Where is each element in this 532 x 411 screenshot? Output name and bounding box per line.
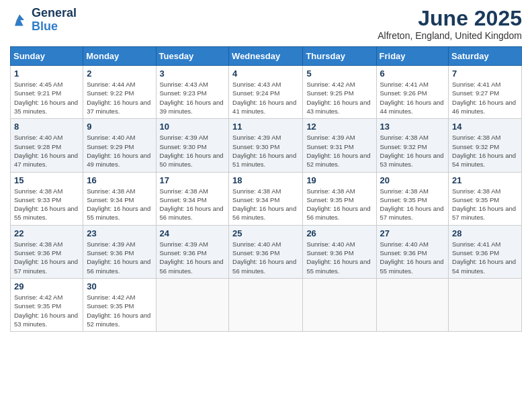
day-number: 1	[14, 68, 79, 79]
calendar-cell: 21Sunrise: 4:38 AMSunset: 9:35 PMDayligh…	[449, 172, 522, 225]
calendar-cell: 5Sunrise: 4:42 AMSunset: 9:25 PMDaylight…	[303, 66, 376, 119]
day-info: Sunrise: 4:40 AMSunset: 9:29 PMDaylight:…	[87, 133, 152, 169]
day-number: 12	[306, 122, 372, 132]
day-number: 8	[14, 122, 79, 132]
day-info: Sunrise: 4:42 AMSunset: 9:35 PMDaylight:…	[87, 293, 152, 328]
day-info: Sunrise: 4:40 AMSunset: 9:28 PMDaylight:…	[14, 133, 79, 169]
calendar-cell: 24Sunrise: 4:39 AMSunset: 9:36 PMDayligh…	[156, 225, 229, 278]
day-number: 19	[306, 175, 372, 185]
calendar-cell	[376, 278, 449, 331]
day-number: 16	[87, 175, 152, 185]
calendar-cell: 19Sunrise: 4:38 AMSunset: 9:35 PMDayligh…	[303, 172, 376, 225]
calendar-week-row: 1Sunrise: 4:45 AMSunset: 9:21 PMDaylight…	[11, 66, 522, 119]
day-info: Sunrise: 4:40 AMSunset: 9:36 PMDaylight:…	[306, 240, 372, 275]
calendar-cell: 16Sunrise: 4:38 AMSunset: 9:34 PMDayligh…	[83, 172, 156, 225]
calendar-cell: 18Sunrise: 4:38 AMSunset: 9:34 PMDayligh…	[229, 172, 303, 225]
day-info: Sunrise: 4:41 AMSunset: 9:27 PMDaylight:…	[452, 80, 518, 116]
day-info: Sunrise: 4:45 AMSunset: 9:21 PMDaylight:…	[14, 80, 79, 116]
day-info: Sunrise: 4:38 AMSunset: 9:34 PMDaylight:…	[87, 187, 152, 222]
calendar-cell: 10Sunrise: 4:39 AMSunset: 9:30 PMDayligh…	[156, 119, 229, 172]
calendar-cell: 15Sunrise: 4:38 AMSunset: 9:33 PMDayligh…	[11, 172, 83, 225]
title-area: June 2025 Alfreton, England, United King…	[378, 7, 522, 41]
day-number: 11	[232, 122, 299, 132]
calendar-cell: 11Sunrise: 4:39 AMSunset: 9:30 PMDayligh…	[229, 119, 303, 172]
day-number: 25	[232, 228, 299, 238]
day-info: Sunrise: 4:40 AMSunset: 9:36 PMDaylight:…	[232, 240, 299, 275]
day-number: 15	[14, 175, 79, 185]
header: General Blue June 2025 Alfreton, England…	[10, 7, 522, 41]
calendar-cell: 20Sunrise: 4:38 AMSunset: 9:35 PMDayligh…	[376, 172, 449, 225]
calendar-header-row: SundayMondayTuesdayWednesdayThursdayFrid…	[11, 47, 522, 66]
day-info: Sunrise: 4:38 AMSunset: 9:34 PMDaylight:…	[232, 187, 299, 222]
day-number: 10	[160, 122, 226, 132]
day-number: 17	[160, 175, 226, 185]
calendar-header-wednesday: Wednesday	[229, 47, 303, 66]
day-info: Sunrise: 4:38 AMSunset: 9:36 PMDaylight:…	[14, 240, 79, 275]
day-info: Sunrise: 4:39 AMSunset: 9:31 PMDaylight:…	[306, 133, 372, 169]
calendar-cell: 17Sunrise: 4:38 AMSunset: 9:34 PMDayligh…	[156, 172, 229, 225]
calendar-cell: 13Sunrise: 4:38 AMSunset: 9:32 PMDayligh…	[376, 119, 449, 172]
calendar-cell: 1Sunrise: 4:45 AMSunset: 9:21 PMDaylight…	[11, 66, 83, 119]
day-number: 30	[87, 281, 152, 291]
day-number: 2	[87, 68, 152, 79]
calendar-table: SundayMondayTuesdayWednesdayThursdayFrid…	[10, 46, 522, 332]
calendar-cell	[303, 278, 376, 331]
calendar-header-saturday: Saturday	[449, 47, 522, 66]
calendar-cell: 27Sunrise: 4:40 AMSunset: 9:36 PMDayligh…	[376, 225, 449, 278]
day-info: Sunrise: 4:38 AMSunset: 9:32 PMDaylight:…	[380, 133, 445, 169]
calendar-header-monday: Monday	[83, 47, 156, 66]
calendar-week-row: 22Sunrise: 4:38 AMSunset: 9:36 PMDayligh…	[11, 225, 522, 278]
calendar-cell: 3Sunrise: 4:43 AMSunset: 9:23 PMDaylight…	[156, 66, 229, 119]
calendar-cell: 23Sunrise: 4:39 AMSunset: 9:36 PMDayligh…	[83, 225, 156, 278]
day-info: Sunrise: 4:39 AMSunset: 9:30 PMDaylight:…	[232, 133, 299, 169]
calendar-cell: 12Sunrise: 4:39 AMSunset: 9:31 PMDayligh…	[303, 119, 376, 172]
day-number: 9	[87, 122, 152, 132]
calendar-cell: 26Sunrise: 4:40 AMSunset: 9:36 PMDayligh…	[303, 225, 376, 278]
day-number: 7	[452, 68, 518, 79]
day-info: Sunrise: 4:43 AMSunset: 9:24 PMDaylight:…	[232, 80, 299, 116]
day-info: Sunrise: 4:40 AMSunset: 9:36 PMDaylight:…	[380, 240, 445, 275]
calendar-cell: 29Sunrise: 4:42 AMSunset: 9:35 PMDayligh…	[11, 278, 83, 331]
day-info: Sunrise: 4:41 AMSunset: 9:36 PMDaylight:…	[452, 240, 518, 275]
day-number: 22	[14, 228, 79, 238]
day-info: Sunrise: 4:41 AMSunset: 9:26 PMDaylight:…	[380, 80, 445, 116]
calendar-cell: 28Sunrise: 4:41 AMSunset: 9:36 PMDayligh…	[449, 225, 522, 278]
day-number: 23	[87, 228, 152, 238]
day-info: Sunrise: 4:39 AMSunset: 9:36 PMDaylight:…	[160, 240, 226, 275]
day-info: Sunrise: 4:39 AMSunset: 9:30 PMDaylight:…	[160, 133, 226, 169]
day-info: Sunrise: 4:38 AMSunset: 9:35 PMDaylight:…	[452, 187, 518, 222]
location: Alfreton, England, United Kingdom	[378, 30, 522, 41]
calendar-header-tuesday: Tuesday	[156, 47, 229, 66]
day-info: Sunrise: 4:42 AMSunset: 9:35 PMDaylight:…	[14, 293, 79, 328]
day-number: 13	[380, 122, 445, 132]
day-number: 18	[232, 175, 299, 185]
day-info: Sunrise: 4:38 AMSunset: 9:32 PMDaylight:…	[452, 133, 518, 169]
day-number: 29	[14, 281, 79, 291]
calendar-cell: 22Sunrise: 4:38 AMSunset: 9:36 PMDayligh…	[11, 225, 83, 278]
calendar-header-sunday: Sunday	[11, 47, 83, 66]
svg-marker-0	[15, 14, 24, 26]
calendar-header-friday: Friday	[376, 47, 449, 66]
day-number: 21	[452, 175, 518, 185]
calendar-cell: 30Sunrise: 4:42 AMSunset: 9:35 PMDayligh…	[83, 278, 156, 331]
calendar-week-row: 15Sunrise: 4:38 AMSunset: 9:33 PMDayligh…	[11, 172, 522, 225]
calendar-header-thursday: Thursday	[303, 47, 376, 66]
calendar-cell: 2Sunrise: 4:44 AMSunset: 9:22 PMDaylight…	[83, 66, 156, 119]
day-info: Sunrise: 4:38 AMSunset: 9:33 PMDaylight:…	[14, 187, 79, 222]
day-number: 26	[306, 228, 372, 238]
day-info: Sunrise: 4:43 AMSunset: 9:23 PMDaylight:…	[160, 80, 226, 116]
day-number: 6	[380, 68, 445, 79]
day-info: Sunrise: 4:38 AMSunset: 9:35 PMDaylight:…	[306, 187, 372, 222]
page: General Blue June 2025 Alfreton, England…	[0, 0, 532, 411]
day-info: Sunrise: 4:44 AMSunset: 9:22 PMDaylight:…	[87, 80, 152, 116]
day-number: 20	[380, 175, 445, 185]
day-number: 4	[232, 68, 299, 79]
day-number: 14	[452, 122, 518, 132]
logo-text: General Blue	[32, 7, 77, 34]
calendar-cell: 25Sunrise: 4:40 AMSunset: 9:36 PMDayligh…	[229, 225, 303, 278]
calendar-cell: 4Sunrise: 4:43 AMSunset: 9:24 PMDaylight…	[229, 66, 303, 119]
calendar-cell	[449, 278, 522, 331]
day-info: Sunrise: 4:38 AMSunset: 9:34 PMDaylight:…	[160, 187, 226, 222]
calendar-week-row: 29Sunrise: 4:42 AMSunset: 9:35 PMDayligh…	[11, 278, 522, 331]
calendar-cell: 6Sunrise: 4:41 AMSunset: 9:26 PMDaylight…	[376, 66, 449, 119]
